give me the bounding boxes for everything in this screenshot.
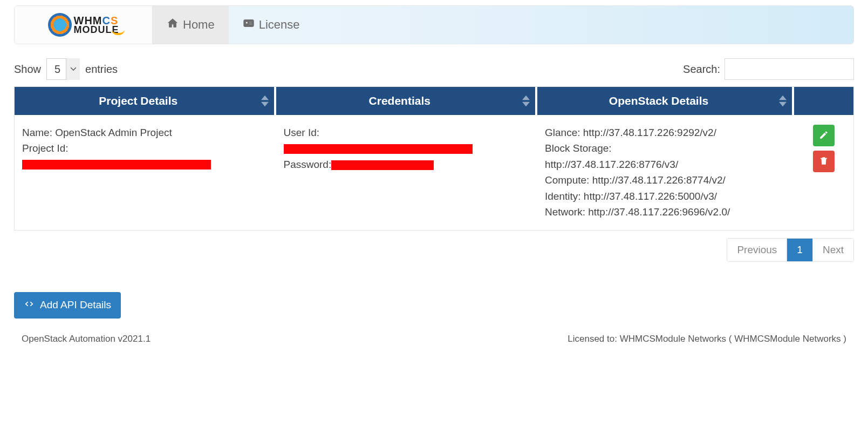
- pagination-page-1[interactable]: 1: [787, 239, 812, 261]
- footer: OpenStack Automation v2021.1 Licensed to…: [14, 334, 854, 355]
- svg-rect-3: [249, 23, 252, 24]
- add-api-details-label: Add API Details: [40, 299, 111, 311]
- trash-icon: [819, 156, 829, 167]
- add-api-details-button[interactable]: Add API Details: [14, 292, 121, 319]
- col-credentials-label: Credentials: [369, 94, 430, 107]
- svg-point-1: [245, 22, 248, 24]
- redacted-user-id: [284, 144, 473, 154]
- logo-text-2: MODULE: [74, 25, 119, 34]
- code-icon: [24, 299, 35, 312]
- pagination-previous[interactable]: Previous: [727, 239, 787, 261]
- delete-button[interactable]: [813, 151, 835, 172]
- search-control: Search:: [683, 58, 854, 80]
- password-label: Password:: [284, 159, 332, 170]
- col-openstack[interactable]: OpenStack Details: [537, 87, 794, 115]
- page-length-select[interactable]: 5: [46, 58, 80, 80]
- col-project-label: Project Details: [99, 94, 177, 107]
- edit-button[interactable]: [813, 125, 835, 146]
- openstack-block-url: http://37.48.117.226:8776/v3/: [545, 157, 784, 172]
- search-input[interactable]: [725, 58, 854, 80]
- id-card-icon: [243, 17, 255, 32]
- svg-rect-2: [249, 22, 252, 22]
- project-name-label: Name:: [22, 127, 52, 138]
- nav-home[interactable]: Home: [153, 6, 229, 44]
- footer-license: Licensed to: WHMCSModule Networks ( WHMC…: [568, 334, 846, 344]
- table-row: Name: OpenStack Admin Project Project Id…: [15, 115, 853, 230]
- top-nav: WHMCS MODULE Home License: [14, 5, 854, 44]
- openstack-block-label: Block Storage:: [545, 140, 784, 156]
- nav-license[interactable]: License: [229, 6, 314, 44]
- nav-home-label: Home: [183, 18, 215, 32]
- project-name-value: OpenStack Admin Project: [55, 127, 172, 138]
- redacted-project-id: [22, 160, 211, 170]
- page-length-select-wrap[interactable]: 5: [46, 58, 80, 80]
- api-details-table: Project Details Credentials OpenStack De…: [14, 86, 854, 231]
- home-icon: [167, 17, 179, 32]
- brand-logo: WHMCS MODULE: [15, 6, 153, 44]
- col-credentials[interactable]: Credentials: [276, 87, 538, 115]
- project-id-label: Project Id:: [22, 143, 69, 154]
- col-actions: [794, 87, 853, 115]
- nav-license-label: License: [259, 18, 300, 32]
- openstack-compute: Compute: http://37.48.117.226:8774/v2/: [545, 172, 784, 188]
- show-label-after: entries: [85, 63, 118, 76]
- user-id-label: User Id:: [284, 127, 320, 138]
- sort-icon: [779, 95, 787, 107]
- sort-icon: [522, 95, 530, 107]
- redacted-password: [331, 160, 434, 170]
- openstack-glance: Glance: http://37.48.117.226:9292/v2/: [545, 125, 784, 140]
- pagination-next[interactable]: Next: [812, 239, 853, 261]
- entries-length-control: Show 5 entries: [14, 58, 118, 80]
- sort-icon: [261, 95, 269, 107]
- pagination: Previous 1 Next: [14, 238, 854, 262]
- search-label: Search:: [683, 63, 720, 76]
- openstack-identity: Identity: http://37.48.117.226:5000/v3/: [545, 188, 784, 204]
- col-project-details[interactable]: Project Details: [15, 87, 276, 115]
- col-openstack-label: OpenStack Details: [609, 94, 708, 107]
- gear-logo-icon: [48, 13, 72, 37]
- footer-version: OpenStack Automation v2021.1: [22, 334, 151, 344]
- show-label-before: Show: [14, 63, 41, 76]
- pencil-icon: [819, 130, 829, 141]
- svg-rect-0: [244, 20, 254, 27]
- openstack-network: Network: http://37.48.117.226:9696/v2.0/: [545, 204, 784, 220]
